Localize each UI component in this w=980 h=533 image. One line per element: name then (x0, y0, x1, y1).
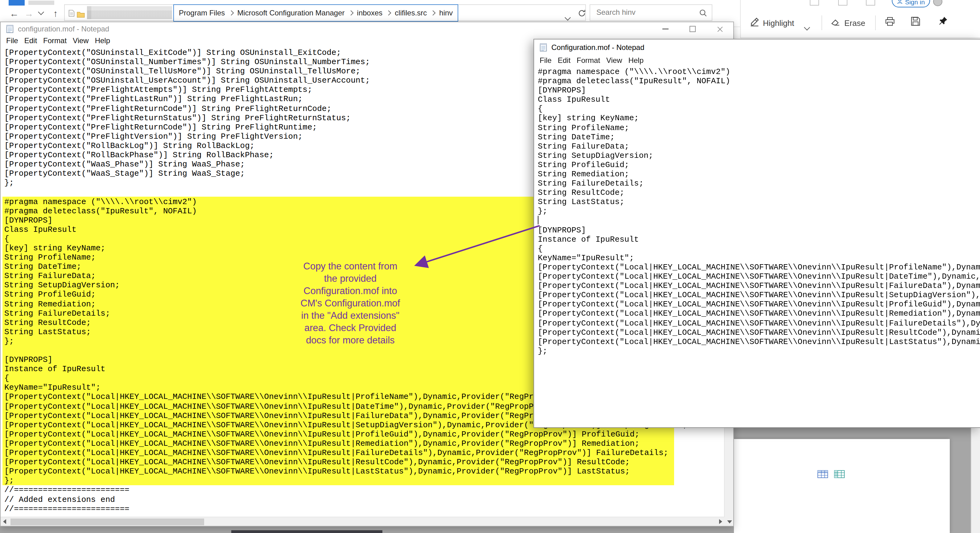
address-bar[interactable]: Program Files Microsoft Configuration Ma… (64, 4, 586, 21)
breadcrumb-separator-icon (348, 11, 353, 16)
code-line: [PropertyContext("Local|HKEY_LOCAL_MACHI… (538, 281, 980, 290)
menu-item[interactable]: View (603, 56, 625, 65)
code-line: }; (538, 207, 980, 216)
highlight-dropdown-button[interactable] (805, 21, 809, 32)
print-button[interactable] (885, 17, 895, 29)
breadcrumb[interactable]: Program Files Microsoft Configuration Ma… (173, 4, 458, 22)
chevron-down-icon (804, 24, 810, 30)
highlight-button[interactable] (749, 17, 760, 30)
annotation-line: in the "Add extensions" (285, 310, 416, 322)
annotation-line: area. Check Provided (285, 322, 416, 334)
browser-apps-icon[interactable] (866, 0, 875, 6)
menu-item[interactable]: File (536, 56, 555, 65)
code-line: [PropertyContext("Local|HKEY_LOCAL_MACHI… (4, 448, 724, 457)
scroll-right-icon[interactable] (719, 519, 722, 524)
horizontal-scroll-thumb[interactable] (11, 518, 204, 525)
erase-button[interactable] (831, 18, 841, 29)
code-line: [PropertyContext("Local|HKEY_LOCAL_MACHI… (538, 309, 980, 318)
refresh-icon (578, 9, 586, 17)
profile-avatar[interactable] (933, 0, 942, 6)
code-line: String SetupDiagVersion; (538, 151, 980, 160)
menu-item[interactable]: Help (92, 36, 113, 46)
edge-pdf-toolbar: Sign in Highlight Erase (740, 0, 980, 38)
save-icon (911, 17, 920, 26)
breadcrumb-segment-program-files[interactable]: Program Files (179, 9, 225, 17)
left-notepad-horizontal-scrollbar[interactable] (1, 516, 725, 526)
scroll-down-icon[interactable] (727, 520, 732, 523)
breadcrumb-separator-icon (386, 11, 391, 16)
address-dropdown-button[interactable] (566, 11, 570, 22)
breadcrumb-segment-hinv[interactable]: hinv (439, 9, 453, 17)
menu-item[interactable]: File (3, 36, 21, 46)
breadcrumb-segment-configuration-manager[interactable]: Microsoft Configuration Manager (237, 9, 344, 17)
chevron-down-icon (38, 9, 44, 15)
menu-item[interactable]: Help (625, 56, 647, 65)
code-line: String ProfileName; (538, 123, 980, 132)
pdf-scrollbar[interactable] (971, 428, 980, 533)
taskbar-sliver (231, 530, 382, 533)
code-line: // Added extensions end (4, 495, 724, 504)
code-line: String FailureData; (538, 142, 980, 151)
code-line: [DYNPROPS] (538, 225, 980, 235)
code-line: [PropertyContext("Local|HKEY_LOCAL_MACHI… (4, 467, 724, 476)
breadcrumb-separator-icon (431, 11, 436, 16)
left-notepad-title: configuration.mof - Notepad (18, 25, 109, 33)
toolbar-divider (821, 16, 822, 30)
code-line: [PropertyContext("Local|HKEY_LOCAL_MACHI… (4, 439, 724, 448)
left-notepad-titlebar[interactable]: configuration.mof - Notepad (1, 22, 733, 36)
annotation-line: the provided (285, 272, 416, 285)
save-button[interactable] (911, 17, 920, 29)
table-icon-blue (817, 470, 828, 481)
annotation-line: CM's Configuration.mof (285, 297, 416, 310)
code-line: //======================== (4, 485, 724, 495)
code-line: String FailureDetails; (538, 179, 980, 188)
code-line (538, 216, 980, 225)
code-line: String DateTime; (538, 132, 980, 142)
right-notepad-title: Configuration.mof - Notepad (551, 43, 644, 52)
sign-in-button[interactable]: Sign in (892, 0, 930, 7)
menu-item[interactable]: Edit (555, 56, 574, 65)
scroll-left-icon[interactable] (3, 519, 6, 524)
close-icon (717, 26, 723, 32)
maximize-button[interactable] (679, 22, 706, 36)
code-line: [PropertyContext("Local|HKEY_LOCAL_MACHI… (538, 272, 980, 281)
refresh-button[interactable] (578, 9, 586, 20)
menu-item[interactable]: View (70, 36, 92, 46)
pin-button[interactable] (938, 16, 948, 29)
minimize-icon (662, 29, 668, 29)
annotation-line: Copy the content from (285, 260, 416, 272)
right-notepad-text-area[interactable]: #pragma namespace ("\\\\.\\root\\cimv2")… (534, 65, 980, 427)
code-line: [key] string KeyName; (538, 114, 980, 123)
browser-partial-icon-2[interactable] (838, 0, 847, 6)
chevron-down-icon (565, 14, 571, 21)
menu-item[interactable]: Format (40, 36, 70, 46)
highlight-label[interactable]: Highlight (763, 19, 794, 28)
erase-label[interactable]: Erase (844, 19, 865, 28)
code-line: }; (4, 476, 724, 485)
eraser-icon (831, 18, 841, 27)
menu-item[interactable]: Format (574, 56, 603, 65)
up-icon: ↑ (53, 8, 58, 18)
screen: ← → ↑ Program Files Microsoft Configurat… (0, 0, 980, 533)
minimize-button[interactable] (652, 22, 679, 36)
search-box[interactable] (590, 4, 712, 21)
code-line: { (538, 244, 980, 253)
breadcrumb-segment-clifiles-src[interactable]: clifiles.src (395, 9, 427, 17)
breadcrumb-separator-icon (229, 11, 234, 16)
code-line: [PropertyContext("Local|HKEY_LOCAL_MACHI… (4, 430, 724, 439)
maximize-icon (689, 26, 696, 32)
breadcrumb-segment-inboxes[interactable]: inboxes (357, 9, 383, 17)
browser-partial-icon-1[interactable] (810, 0, 819, 6)
code-line: Class IpuResult (538, 95, 980, 105)
instruction-annotation: Copy the content fromthe providedConfigu… (285, 260, 416, 347)
code-line: [PropertyContext("Local|HKEY_LOCAL_MACHI… (538, 337, 980, 346)
close-button[interactable] (706, 22, 733, 36)
pdf-viewer-background (734, 428, 980, 533)
menu-item[interactable]: Edit (21, 36, 40, 46)
search-input[interactable] (595, 7, 696, 17)
code-line: [PropertyContext("Local|HKEY_LOCAL_MACHI… (538, 263, 980, 272)
right-notepad-titlebar[interactable]: Configuration.mof - Notepad (534, 40, 980, 56)
right-notepad-code: #pragma namespace ("\\\\.\\root\\cimv2")… (538, 67, 980, 356)
printer-icon (885, 17, 895, 27)
code-line: String ProfileGuid; (538, 160, 980, 170)
